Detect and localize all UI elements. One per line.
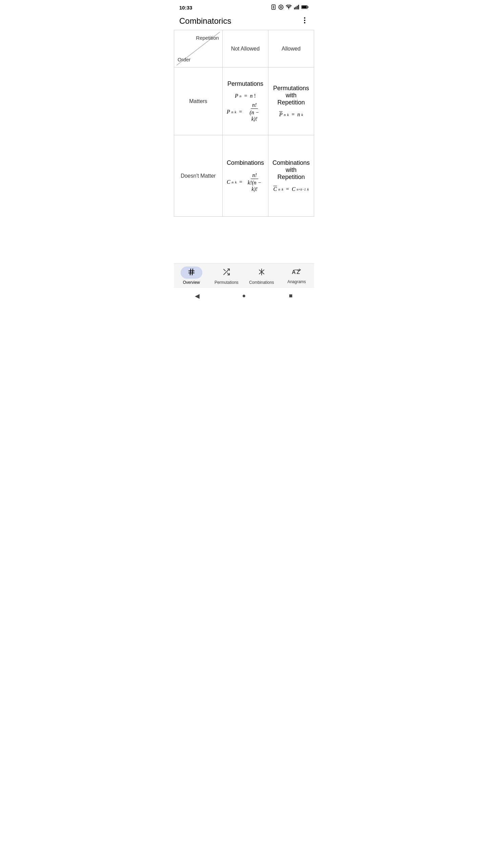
nav-anagrams[interactable]: A Z Anagrams (279, 264, 314, 287)
nav-permutations[interactable]: Permutations (209, 264, 244, 288)
allowed-header: Allowed (268, 30, 314, 67)
comb-repetition-cell[interactable]: Combinations with Repetition Cnk = Cn+k−… (268, 135, 314, 217)
svg-rect-6 (298, 5, 299, 9)
svg-rect-8 (307, 6, 308, 8)
perm-repetition-cell[interactable]: Permutations with Repetition Pnk = nk (268, 67, 314, 135)
svg-point-2 (288, 8, 289, 9)
permutations-cell[interactable]: Permutations Pn = n! Pnk = n! (n − k)! (222, 67, 268, 135)
nav-overview[interactable]: Overview (174, 264, 209, 288)
svg-point-12 (304, 22, 305, 23)
nav-combinations[interactable]: Combinations (244, 264, 279, 288)
permutations-title: Permutations (227, 80, 263, 87)
combinations-label: Combinations (249, 280, 274, 285)
perm-formula-1: Pn = n! (235, 93, 256, 99)
svg-rect-3 (294, 7, 295, 9)
perm-formula-2: Pnk = n! (n − k)! (227, 102, 264, 122)
svg-line-17 (192, 269, 193, 275)
comb-rep-formula: Cnk = Cn+k−1k (273, 186, 309, 192)
svg-line-16 (190, 269, 191, 275)
hash-icon (187, 268, 196, 276)
svg-line-20 (224, 269, 225, 271)
status-bar: 10:33 (174, 0, 314, 14)
anagrams-label: Anagrams (287, 279, 306, 284)
svg-rect-4 (296, 6, 297, 9)
app-bar: Combinatorics (174, 14, 314, 30)
svg-point-10 (304, 17, 305, 19)
back-button[interactable]: ◀ (190, 289, 204, 303)
combinations-title: Combinations (227, 159, 264, 166)
status-icons (271, 4, 309, 11)
diagonal-header-cell: Repetition Order (174, 30, 223, 67)
az-icon: A Z (292, 269, 301, 275)
svg-rect-5 (297, 6, 298, 9)
bottom-nav: Overview Permutations Combinations (174, 263, 314, 288)
signal-icon (294, 4, 299, 11)
doesnt-matter-row: Doesn't Matter Combinations Cnk = n! k!(… (174, 135, 314, 217)
perm-rep-formula: Pnk = nk (279, 112, 303, 118)
app-title: Combinatorics (179, 16, 231, 26)
main-content: Repetition Order Not Allowed Allowed Mat… (174, 30, 314, 263)
overview-label: Overview (183, 280, 200, 285)
matters-label: Matters (189, 98, 207, 104)
svg-rect-9 (302, 6, 307, 8)
perm-rep-title: Permutations with Repetition (272, 85, 310, 106)
permutations-label: Permutations (215, 280, 239, 285)
matters-label-cell: Matters (174, 67, 223, 135)
order-label: Order (178, 57, 190, 62)
doesnt-matter-label-cell: Doesn't Matter (174, 135, 223, 217)
shuffle-icon (222, 268, 230, 276)
recent-button[interactable]: ■ (284, 289, 298, 303)
overview-icon-wrap (181, 267, 202, 279)
doesnt-matter-label: Doesn't Matter (181, 173, 216, 179)
combinations-cell[interactable]: Combinations Cnk = n! k!(n − k)! (222, 135, 268, 217)
battery-icon (301, 5, 309, 10)
sim-icon (271, 4, 276, 11)
matters-row: Matters Permutations Pn = n! Pnk = (174, 67, 314, 135)
repetition-label: Repetition (196, 35, 219, 41)
merge-icon (258, 268, 266, 276)
more-menu-button[interactable] (301, 16, 309, 26)
system-nav: ◀ ● ■ (174, 288, 314, 304)
not-allowed-header: Not Allowed (222, 30, 268, 67)
comb-formula: Cnk = n! k!(n − k)! (227, 172, 264, 193)
status-time: 10:33 (179, 5, 192, 11)
svg-point-11 (304, 20, 305, 21)
svg-point-1 (280, 6, 282, 8)
comb-rep-title: Combinations with Repetition (272, 159, 310, 181)
combinatorics-table: Repetition Order Not Allowed Allowed Mat… (174, 30, 314, 217)
table-header-row: Repetition Order Not Allowed Allowed (174, 30, 314, 67)
wifi-icon (286, 5, 292, 11)
settings-icon (278, 4, 284, 11)
home-button[interactable]: ● (237, 289, 251, 303)
